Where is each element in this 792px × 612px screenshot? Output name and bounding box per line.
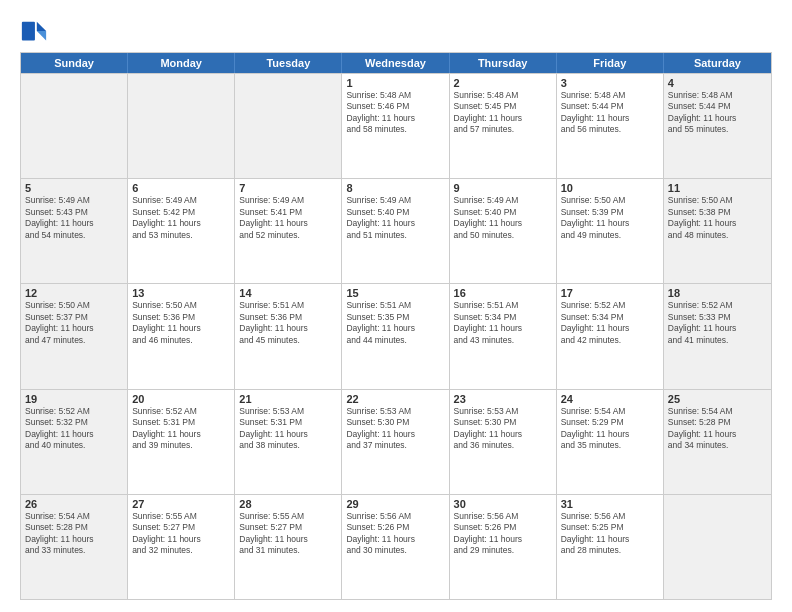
day-number: 22 [346,393,444,405]
cell-info: Sunrise: 5:49 AM Sunset: 5:42 PM Dayligh… [132,195,230,241]
cell-info: Sunrise: 5:49 AM Sunset: 5:40 PM Dayligh… [454,195,552,241]
calendar-cell-3-3: 22Sunrise: 5:53 AM Sunset: 5:30 PM Dayli… [342,390,449,494]
calendar-cell-3-4: 23Sunrise: 5:53 AM Sunset: 5:30 PM Dayli… [450,390,557,494]
calendar-cell-4-2: 28Sunrise: 5:55 AM Sunset: 5:27 PM Dayli… [235,495,342,599]
calendar-cell-1-0: 5Sunrise: 5:49 AM Sunset: 5:43 PM Daylig… [21,179,128,283]
day-number: 20 [132,393,230,405]
cell-info: Sunrise: 5:50 AM Sunset: 5:36 PM Dayligh… [132,300,230,346]
calendar-cell-4-1: 27Sunrise: 5:55 AM Sunset: 5:27 PM Dayli… [128,495,235,599]
svg-marker-1 [37,31,46,40]
cell-info: Sunrise: 5:52 AM Sunset: 5:31 PM Dayligh… [132,406,230,452]
cell-info: Sunrise: 5:51 AM Sunset: 5:34 PM Dayligh… [454,300,552,346]
calendar-cell-0-5: 3Sunrise: 5:48 AM Sunset: 5:44 PM Daylig… [557,74,664,178]
calendar-cell-4-6 [664,495,771,599]
day-number: 27 [132,498,230,510]
cell-info: Sunrise: 5:54 AM Sunset: 5:28 PM Dayligh… [668,406,767,452]
day-number: 21 [239,393,337,405]
cell-info: Sunrise: 5:51 AM Sunset: 5:35 PM Dayligh… [346,300,444,346]
weekday-header-sunday: Sunday [21,53,128,73]
cell-info: Sunrise: 5:52 AM Sunset: 5:34 PM Dayligh… [561,300,659,346]
day-number: 23 [454,393,552,405]
day-number: 15 [346,287,444,299]
cell-info: Sunrise: 5:48 AM Sunset: 5:44 PM Dayligh… [561,90,659,136]
cell-info: Sunrise: 5:53 AM Sunset: 5:30 PM Dayligh… [454,406,552,452]
cell-info: Sunrise: 5:56 AM Sunset: 5:26 PM Dayligh… [454,511,552,557]
calendar-cell-3-1: 20Sunrise: 5:52 AM Sunset: 5:31 PM Dayli… [128,390,235,494]
calendar-cell-2-2: 14Sunrise: 5:51 AM Sunset: 5:36 PM Dayli… [235,284,342,388]
cell-info: Sunrise: 5:55 AM Sunset: 5:27 PM Dayligh… [132,511,230,557]
cell-info: Sunrise: 5:48 AM Sunset: 5:45 PM Dayligh… [454,90,552,136]
day-number: 4 [668,77,767,89]
day-number: 31 [561,498,659,510]
calendar-row-0: 1Sunrise: 5:48 AM Sunset: 5:46 PM Daylig… [21,73,771,178]
cell-info: Sunrise: 5:51 AM Sunset: 5:36 PM Dayligh… [239,300,337,346]
weekday-header-friday: Friday [557,53,664,73]
cell-info: Sunrise: 5:55 AM Sunset: 5:27 PM Dayligh… [239,511,337,557]
day-number: 28 [239,498,337,510]
calendar-cell-0-1 [128,74,235,178]
day-number: 25 [668,393,767,405]
weekday-header-wednesday: Wednesday [342,53,449,73]
cell-info: Sunrise: 5:49 AM Sunset: 5:43 PM Dayligh… [25,195,123,241]
calendar-cell-1-6: 11Sunrise: 5:50 AM Sunset: 5:38 PM Dayli… [664,179,771,283]
calendar-cell-3-2: 21Sunrise: 5:53 AM Sunset: 5:31 PM Dayli… [235,390,342,494]
calendar-cell-0-3: 1Sunrise: 5:48 AM Sunset: 5:46 PM Daylig… [342,74,449,178]
calendar-cell-0-0 [21,74,128,178]
cell-info: Sunrise: 5:50 AM Sunset: 5:37 PM Dayligh… [25,300,123,346]
calendar-row-4: 26Sunrise: 5:54 AM Sunset: 5:28 PM Dayli… [21,494,771,599]
calendar-row-3: 19Sunrise: 5:52 AM Sunset: 5:32 PM Dayli… [21,389,771,494]
day-number: 19 [25,393,123,405]
cell-info: Sunrise: 5:52 AM Sunset: 5:32 PM Dayligh… [25,406,123,452]
calendar-cell-2-4: 16Sunrise: 5:51 AM Sunset: 5:34 PM Dayli… [450,284,557,388]
calendar-cell-3-5: 24Sunrise: 5:54 AM Sunset: 5:29 PM Dayli… [557,390,664,494]
cell-info: Sunrise: 5:50 AM Sunset: 5:38 PM Dayligh… [668,195,767,241]
day-number: 1 [346,77,444,89]
calendar-cell-2-6: 18Sunrise: 5:52 AM Sunset: 5:33 PM Dayli… [664,284,771,388]
day-number: 18 [668,287,767,299]
weekday-header-thursday: Thursday [450,53,557,73]
calendar-cell-2-3: 15Sunrise: 5:51 AM Sunset: 5:35 PM Dayli… [342,284,449,388]
weekday-header-tuesday: Tuesday [235,53,342,73]
calendar-row-1: 5Sunrise: 5:49 AM Sunset: 5:43 PM Daylig… [21,178,771,283]
calendar-row-2: 12Sunrise: 5:50 AM Sunset: 5:37 PM Dayli… [21,283,771,388]
header [20,18,772,46]
calendar: SundayMondayTuesdayWednesdayThursdayFrid… [20,52,772,600]
cell-info: Sunrise: 5:52 AM Sunset: 5:33 PM Dayligh… [668,300,767,346]
cell-info: Sunrise: 5:50 AM Sunset: 5:39 PM Dayligh… [561,195,659,241]
calendar-cell-1-1: 6Sunrise: 5:49 AM Sunset: 5:42 PM Daylig… [128,179,235,283]
cell-info: Sunrise: 5:48 AM Sunset: 5:44 PM Dayligh… [668,90,767,136]
day-number: 13 [132,287,230,299]
cell-info: Sunrise: 5:48 AM Sunset: 5:46 PM Dayligh… [346,90,444,136]
calendar-cell-4-3: 29Sunrise: 5:56 AM Sunset: 5:26 PM Dayli… [342,495,449,599]
weekday-header-monday: Monday [128,53,235,73]
cell-info: Sunrise: 5:56 AM Sunset: 5:26 PM Dayligh… [346,511,444,557]
calendar-cell-4-4: 30Sunrise: 5:56 AM Sunset: 5:26 PM Dayli… [450,495,557,599]
calendar-cell-2-5: 17Sunrise: 5:52 AM Sunset: 5:34 PM Dayli… [557,284,664,388]
calendar-cell-0-4: 2Sunrise: 5:48 AM Sunset: 5:45 PM Daylig… [450,74,557,178]
day-number: 9 [454,182,552,194]
day-number: 8 [346,182,444,194]
cell-info: Sunrise: 5:49 AM Sunset: 5:40 PM Dayligh… [346,195,444,241]
day-number: 3 [561,77,659,89]
day-number: 11 [668,182,767,194]
calendar-cell-3-6: 25Sunrise: 5:54 AM Sunset: 5:28 PM Dayli… [664,390,771,494]
cell-info: Sunrise: 5:54 AM Sunset: 5:29 PM Dayligh… [561,406,659,452]
calendar-cell-4-5: 31Sunrise: 5:56 AM Sunset: 5:25 PM Dayli… [557,495,664,599]
calendar-cell-3-0: 19Sunrise: 5:52 AM Sunset: 5:32 PM Dayli… [21,390,128,494]
cell-info: Sunrise: 5:53 AM Sunset: 5:30 PM Dayligh… [346,406,444,452]
day-number: 10 [561,182,659,194]
day-number: 16 [454,287,552,299]
cell-info: Sunrise: 5:53 AM Sunset: 5:31 PM Dayligh… [239,406,337,452]
calendar-cell-2-1: 13Sunrise: 5:50 AM Sunset: 5:36 PM Dayli… [128,284,235,388]
day-number: 12 [25,287,123,299]
calendar-cell-0-6: 4Sunrise: 5:48 AM Sunset: 5:44 PM Daylig… [664,74,771,178]
cell-info: Sunrise: 5:56 AM Sunset: 5:25 PM Dayligh… [561,511,659,557]
logo-icon [20,18,48,46]
calendar-body: 1Sunrise: 5:48 AM Sunset: 5:46 PM Daylig… [21,73,771,599]
day-number: 6 [132,182,230,194]
day-number: 30 [454,498,552,510]
calendar-cell-1-2: 7Sunrise: 5:49 AM Sunset: 5:41 PM Daylig… [235,179,342,283]
calendar-cell-4-0: 26Sunrise: 5:54 AM Sunset: 5:28 PM Dayli… [21,495,128,599]
day-number: 14 [239,287,337,299]
day-number: 2 [454,77,552,89]
